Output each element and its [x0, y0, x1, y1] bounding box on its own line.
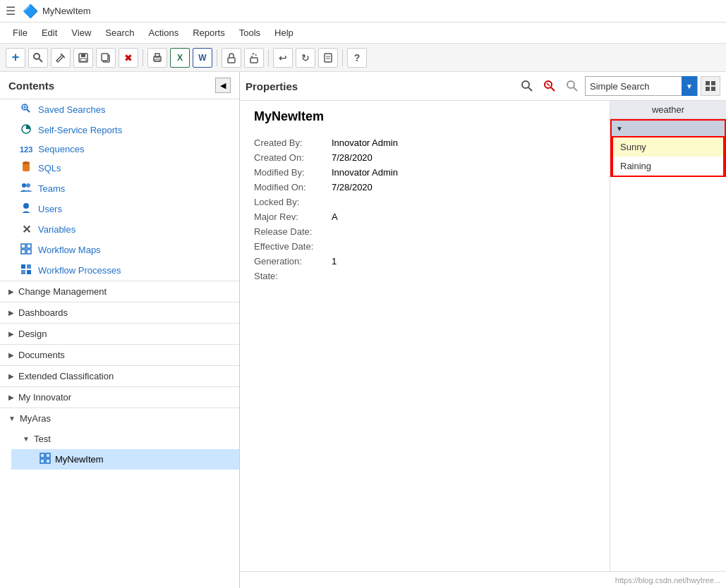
sidebar-item-sqls[interactable]: SQLs: [0, 158, 239, 178]
sidebar-item-self-service-reports[interactable]: Self-Service Reports: [0, 120, 239, 140]
svg-rect-31: [27, 264, 31, 269]
weather-dropdown-container: ▼ Sunny Raining: [610, 119, 726, 177]
workflow-maps-icon: [20, 243, 32, 257]
sidebar-item-users[interactable]: Users: [0, 199, 239, 219]
redo-button[interactable]: ↻: [296, 48, 315, 68]
menu-reports[interactable]: Reports: [186, 26, 232, 39]
group-test-header[interactable]: ▼ Test: [11, 429, 239, 449]
menu-search[interactable]: Search: [98, 26, 141, 39]
weather-column-header: weather: [610, 101, 726, 119]
svg-rect-27: [27, 244, 31, 248]
svg-rect-46: [711, 81, 715, 85]
sidebar-item-label: Variables: [38, 224, 75, 235]
svg-rect-28: [21, 250, 25, 254]
field-label: Created On:: [254, 150, 332, 165]
app-title: MyNewItem: [42, 6, 91, 16]
search-icon-1[interactable]: [517, 76, 537, 96]
save-button[interactable]: [73, 48, 93, 68]
delete-button[interactable]: ✖: [119, 48, 138, 68]
group-documents-header[interactable]: ▶ Documents: [0, 345, 239, 365]
search-icon-2[interactable]: [540, 76, 559, 96]
search-type-label: Simple Search: [586, 81, 682, 92]
edit-button[interactable]: [51, 48, 71, 68]
menu-view[interactable]: View: [64, 26, 98, 39]
field-label: Modified On:: [254, 180, 332, 195]
sequences-icon: 123: [20, 145, 32, 154]
mynewitem-icon: [40, 453, 51, 466]
group-my-innovator: ▶ My Innovator: [0, 386, 239, 408]
field-label: Release Date:: [254, 224, 332, 239]
sidebar-item-label: Saved Searches: [38, 104, 105, 115]
search-toolbar-button[interactable]: [28, 48, 48, 68]
excel-button[interactable]: X: [170, 48, 190, 68]
field-label: Modified By:: [254, 165, 332, 180]
table-row: Created On: 7/28/2020: [254, 150, 404, 165]
group-my-innovator-header[interactable]: ▶ My Innovator: [0, 387, 239, 408]
svg-rect-13: [325, 54, 332, 62]
group-design-header[interactable]: ▶ Design: [0, 324, 239, 344]
group-dashboards-header[interactable]: ▶ Dashboards: [0, 302, 239, 323]
sidebar-item-teams[interactable]: Teams: [0, 178, 239, 199]
menu-help[interactable]: Help: [267, 26, 301, 39]
help-button[interactable]: ?: [347, 48, 367, 68]
sidebar-item-mynewitem[interactable]: MyNewItem: [11, 449, 239, 470]
unlock-button[interactable]: [244, 48, 264, 68]
menu-file[interactable]: File: [6, 26, 35, 39]
table-row: State:: [254, 269, 404, 283]
search-icon-3[interactable]: [562, 76, 582, 96]
svg-rect-47: [706, 87, 710, 91]
sidebar-collapse-button[interactable]: ◀: [215, 78, 231, 93]
search-type-dropdown[interactable]: Simple Search ▼: [585, 76, 698, 96]
reports-icon: [20, 123, 32, 137]
weather-dropdown-trigger[interactable]: ▼: [612, 121, 725, 137]
table-row: Modified By: Innovator Admin: [254, 165, 404, 180]
table-row: Major Rev: A: [254, 209, 404, 224]
app-icon: 🔷: [23, 4, 38, 19]
group-extended-classification: ▶ Extended Classification: [0, 365, 239, 386]
new-doc-button[interactable]: [318, 48, 338, 68]
field-label: Major Rev:: [254, 209, 332, 224]
svg-rect-12: [250, 58, 258, 63]
group-change-management-header[interactable]: ▶ Change Management: [0, 281, 239, 302]
field-value: 7/28/2020: [332, 180, 404, 195]
group-dashboards: ▶ Dashboards: [0, 302, 239, 323]
menu-edit[interactable]: Edit: [35, 26, 64, 39]
group-extended-classification-header[interactable]: ▶ Extended Classification: [0, 366, 239, 386]
menu-bar: File Edit View Search Actions Reports To…: [0, 23, 726, 44]
svg-line-1: [40, 59, 43, 62]
menu-actions[interactable]: Actions: [142, 26, 186, 39]
table-row: Created By: Innovator Admin: [254, 135, 404, 150]
group-myaras-header[interactable]: ▼ MyAras: [0, 408, 239, 429]
sidebar-item-saved-searches[interactable]: Saved Searches: [0, 99, 239, 120]
group-documents: ▶ Documents: [0, 344, 239, 365]
sidebar-header: Contents ◀: [0, 72, 239, 99]
search-dropdown-arrow[interactable]: ▼: [682, 76, 697, 96]
table-row: Release Date:: [254, 224, 404, 239]
grid-view-button[interactable]: [701, 76, 720, 96]
lock-button[interactable]: [222, 48, 241, 68]
field-label: Effective Date:: [254, 239, 332, 254]
svg-point-25: [23, 203, 29, 209]
status-url: https://blog.csdn.net/hwytree...: [615, 576, 720, 584]
svg-rect-4: [81, 54, 85, 57]
table-row: Locked By:: [254, 195, 404, 209]
undo-button[interactable]: ↩: [273, 48, 293, 68]
word-button[interactable]: W: [193, 48, 212, 68]
svg-rect-5: [80, 59, 86, 61]
add-button[interactable]: +: [6, 48, 25, 68]
hamburger-menu[interactable]: ☰: [6, 4, 16, 18]
weather-option-raining[interactable]: Raining: [613, 157, 723, 176]
field-value: 7/28/2020: [332, 150, 404, 165]
properties-label: Properties: [246, 80, 298, 92]
weather-option-sunny[interactable]: Sunny: [613, 137, 723, 157]
toolbar-separator-4: [342, 49, 343, 66]
sidebar-item-variables[interactable]: ✕ Variables: [0, 219, 239, 240]
sidebar-item-workflow-processes[interactable]: Workflow Processes: [0, 260, 239, 281]
sidebar-item-sequences[interactable]: 123 Sequences: [0, 140, 239, 158]
copy-button[interactable]: [96, 48, 116, 68]
group-test-container: ▼ Test MyNewItem: [0, 429, 239, 470]
menu-tools[interactable]: Tools: [232, 26, 267, 39]
print-button[interactable]: [147, 48, 167, 68]
svg-point-24: [26, 183, 30, 188]
sidebar-item-workflow-maps[interactable]: Workflow Maps: [0, 240, 239, 260]
